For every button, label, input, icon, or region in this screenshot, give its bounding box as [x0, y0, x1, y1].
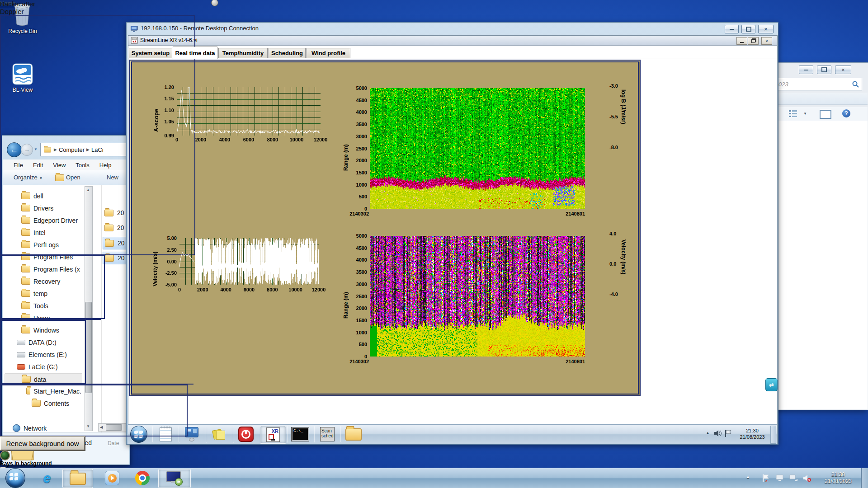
views-icon[interactable]	[789, 110, 797, 117]
remote-taskbar-scan-scheduler-button[interactable]: Scansched	[314, 426, 340, 443]
background-controls-group	[0, 255, 105, 319]
search-input[interactable]: 023	[776, 78, 862, 90]
axis-tick-label: 500	[346, 194, 367, 199]
doppler-x-start-label: 2140302	[342, 359, 369, 364]
axis-tick-label: 4000	[346, 109, 367, 115]
bg-close-button[interactable]: ×	[835, 66, 851, 74]
taskbar-media-player-button[interactable]	[99, 469, 125, 487]
tray-volume-icon[interactable]: x	[803, 474, 811, 482]
axis-tick-label: 2500	[346, 294, 367, 299]
axis-tick-label: 1500	[346, 170, 367, 175]
axis-tick-label: 3000	[346, 134, 367, 139]
remote-volume-icon[interactable]	[714, 429, 722, 437]
axis-tick-label: 4000	[211, 137, 238, 142]
backscatter-heatmap-canvas	[370, 88, 585, 209]
axis-tick-label: 3500	[346, 269, 367, 275]
backscatter-y-axis-label: Range (m)	[343, 126, 349, 171]
rays-label: Rays in background	[0, 460, 218, 467]
svg-text:x: x	[808, 479, 810, 482]
taskbar-internet-explorer-button[interactable]: e	[35, 469, 59, 487]
search-icon	[852, 81, 859, 88]
axis-tick-label: 1000	[346, 182, 367, 188]
axis-tick-label: 1000	[346, 330, 367, 335]
backscatter-colorbar-label: log B (J/m/sr)	[620, 89, 627, 164]
doppler-colorbar-tick: 4.0	[609, 231, 627, 236]
renew-background-button[interactable]: Renew background now	[0, 436, 85, 450]
taskbar-start-button[interactable]	[5, 469, 26, 487]
axis-tick-label: 0	[163, 137, 190, 142]
tray-expand-icon[interactable]: ▲	[746, 474, 750, 479]
host-clock[interactable]: 21:3021/08/2023	[819, 471, 857, 485]
vi-titlebar: StreamLine XR v14-6.vi ×	[128, 36, 777, 46]
doppler-y-axis-label: Range (m)	[343, 273, 349, 319]
axis-tick-label: 5000	[346, 233, 367, 239]
background-led-icon	[0, 450, 10, 460]
remote-taskbar-folder-button[interactable]	[340, 426, 366, 443]
axis-tick-label: 2500	[346, 146, 367, 151]
remote-taskbar-power-button[interactable]	[233, 426, 259, 443]
axis-tick-label: 4000	[346, 257, 367, 263]
tab-real-time-data[interactable]: Real time data	[173, 47, 217, 59]
doppler-x-end-label: 2140801	[558, 359, 585, 364]
axis-tick-label: 5.00	[156, 235, 177, 241]
taskbar-windows-explorer-button[interactable]	[62, 469, 93, 488]
panel-content-layer: BackscatterDopplerRenew background nowRa…	[0, 0, 218, 488]
axis-tick-label: 8000	[259, 137, 286, 142]
backscatter-section-title: Backscatter	[0, 0, 218, 8]
backscatter-colorbar-tick: -3.0	[609, 83, 627, 89]
preview-pane-icon[interactable]	[820, 110, 831, 119]
axis-tick-label: 4500	[346, 245, 367, 251]
data-logging-group	[0, 385, 188, 436]
backscatter-x-end-label: 2140801	[558, 211, 585, 216]
axis-tick-label: 1.20	[153, 84, 174, 90]
remote-tray-expand-icon[interactable]: ▲	[706, 431, 710, 435]
tab-scheduling[interactable]: Scheduling	[269, 48, 306, 58]
show-desktop-button[interactable]	[861, 468, 868, 488]
a_scope-y-axis-label: A-scope	[153, 94, 160, 132]
axis-tick-label: 1500	[346, 318, 367, 323]
remote-clock[interactable]: 21:3021/08/2023	[736, 427, 769, 440]
host-taskbar: e⇄ ▲ x x 21:3021/08/2023	[0, 468, 868, 488]
remote-action-center-flag-icon[interactable]	[725, 429, 732, 437]
taskbar-chrome-button[interactable]	[129, 469, 156, 487]
remote-show-desktop-button[interactable]	[770, 426, 776, 444]
axis-tick-label: 12000	[307, 137, 334, 142]
edge-notification-badge[interactable]: ⇄	[765, 378, 778, 391]
rdp-maximize-button[interactable]	[741, 25, 755, 33]
velocity-graph-canvas	[179, 238, 319, 285]
bg-minimize-button[interactable]	[799, 66, 813, 74]
tray-network-icon[interactable]	[789, 474, 797, 482]
a_scope-graph-canvas	[177, 87, 321, 136]
axis-tick-label: 6000	[235, 137, 262, 142]
vi-restore-button[interactable]	[748, 37, 759, 45]
doppler-colorbar-label: Velocity (m/s)	[620, 239, 627, 303]
bg-toolbar: ▼ ?	[774, 107, 868, 121]
tray-flag-icon[interactable]: x	[762, 474, 769, 482]
tab-wind-profile[interactable]: Wind profile	[307, 48, 350, 58]
axis-tick-label: 12000	[305, 287, 332, 292]
axis-tick-label: 500	[346, 342, 367, 347]
axis-tick-label: 4500	[346, 98, 367, 103]
axis-tick-label: 5000	[346, 85, 367, 91]
axis-tick-label: -2.50	[156, 270, 177, 276]
vi-minimize-button[interactable]	[736, 37, 747, 45]
axis-tick-label: 2000	[346, 158, 367, 163]
axis-tick-label: 2000	[346, 305, 367, 311]
remote-taskbar: XRC:\_Scansched ▲ 21:3021/08/2023	[128, 424, 777, 444]
help-icon[interactable]: ?	[842, 109, 850, 117]
views-dropdown-icon[interactable]: ▼	[803, 112, 807, 116]
doppler-section-title: Doppler	[0, 8, 218, 15]
remote-taskbar-labview-xr-button[interactable]: XR	[260, 426, 286, 444]
remote-taskbar-cmd-prompt-button[interactable]: C:\_	[287, 426, 313, 443]
bg-maximize-button[interactable]	[817, 66, 831, 74]
doppler-heatmap-canvas	[370, 236, 585, 357]
rdp-close-button[interactable]: ×	[758, 25, 774, 33]
rdp-minimize-button[interactable]	[725, 25, 739, 33]
taskbar-remote-desktop-button[interactable]: ⇄	[158, 469, 191, 488]
axis-tick-label: 0.00	[156, 259, 177, 264]
tab-temp-humidity[interactable]: Temp/humidity	[218, 48, 268, 58]
search-text: 023	[778, 81, 788, 88]
velocity-y-axis-label: Velocity (m/s)	[152, 237, 158, 286]
tray-display-icon[interactable]	[776, 474, 784, 482]
vi-close-button[interactable]: ×	[761, 37, 772, 45]
